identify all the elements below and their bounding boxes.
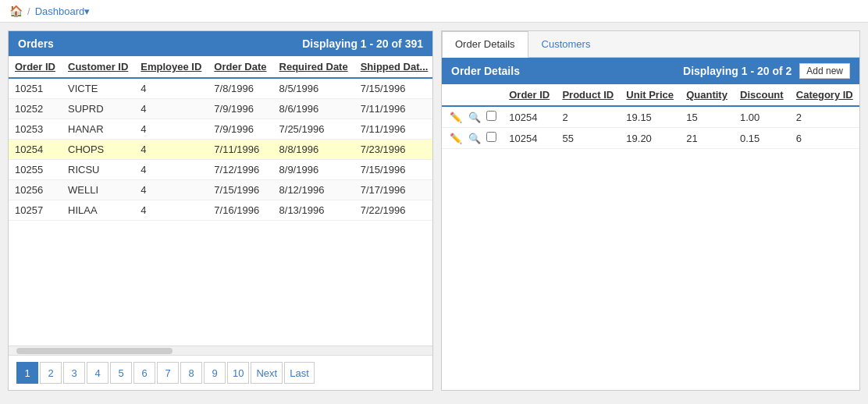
dashboard-link[interactable]: Dashboard▾ xyxy=(35,5,91,17)
orders-column-headers: Order ID Customer ID Employee ID Order D… xyxy=(9,56,432,78)
row-checkbox[interactable] xyxy=(486,132,496,142)
col-customer-id[interactable]: Customer ID xyxy=(62,56,134,78)
orders-title: Orders xyxy=(18,37,54,50)
cell-shipped-date: 7/23/1996 xyxy=(354,140,432,160)
table-row[interactable]: 10251 VICTE 4 7/8/1996 8/5/1996 7/15/199… xyxy=(9,78,432,99)
table-row[interactable]: 10256 WELLI 4 7/15/1996 8/12/1996 7/17/1… xyxy=(9,180,432,200)
page-button-9[interactable]: 9 xyxy=(204,362,226,384)
cell-quantity: 21 xyxy=(680,128,734,149)
cell-customer-id: HILAA xyxy=(62,200,134,221)
cell-detail-order-id: 10254 xyxy=(503,106,556,128)
tab-order-details[interactable]: Order Details xyxy=(442,31,528,58)
cell-employee-id: 4 xyxy=(134,140,208,160)
cell-unit-price: 19.15 xyxy=(620,106,680,128)
cell-customer-id: VICTE xyxy=(62,78,134,99)
cell-shipped-date: 7/17/1996 xyxy=(354,180,432,200)
cell-product-id: 2 xyxy=(556,106,620,128)
orders-table: Order ID Customer ID Employee ID Order D… xyxy=(9,56,432,221)
cell-order-date: 7/9/1996 xyxy=(208,99,272,119)
cell-order-id: 10251 xyxy=(9,78,62,99)
cell-employee-id: 4 xyxy=(134,160,208,180)
cell-discount: 1.00 xyxy=(734,106,790,128)
last-button[interactable]: Last xyxy=(284,362,315,384)
page-button-3[interactable]: 3 xyxy=(63,362,85,384)
col-unit-price[interactable]: Unit Price xyxy=(620,84,680,106)
col-order-id[interactable]: Order ID xyxy=(9,56,62,78)
col-required-date[interactable]: Required Date xyxy=(273,56,354,78)
page-button-6[interactable]: 6 xyxy=(133,362,155,384)
table-row[interactable]: 10252 SUPRD 4 7/9/1996 8/6/1996 7/11/199… xyxy=(9,99,432,119)
cell-required-date: 7/25/1996 xyxy=(273,119,354,140)
col-discount[interactable]: Discount xyxy=(734,84,790,106)
cell-shipped-date: 7/11/1996 xyxy=(354,99,432,119)
table-row[interactable]: 10254 CHOPS 4 7/11/1996 8/8/1996 7/23/19… xyxy=(9,140,432,160)
cell-shipped-date: 7/11/1996 xyxy=(354,119,432,140)
page-button-4[interactable]: 4 xyxy=(87,362,108,384)
cell-shipped-date: 7/22/1996 xyxy=(354,200,432,221)
order-details-table: Order ID Product ID Unit Price Quantity … xyxy=(442,84,859,149)
cell-order-date: 7/15/1996 xyxy=(208,180,272,200)
edit-icon[interactable]: ✏️ xyxy=(448,112,464,123)
cell-order-date: 7/12/1996 xyxy=(208,160,272,180)
page-button-10[interactable]: 10 xyxy=(227,362,249,384)
search-icon[interactable]: 🔍 xyxy=(467,133,482,144)
cell-order-id: 10253 xyxy=(9,119,62,140)
detail-row: ✏️ 🔍 10254 55 19.20 21 0.15 6 xyxy=(442,128,859,149)
separator: / xyxy=(27,5,30,17)
cell-unit-price: 19.20 xyxy=(620,128,680,149)
cell-shipped-date: 7/15/1996 xyxy=(354,78,432,99)
table-row[interactable]: 10255 RICSU 4 7/12/1996 8/9/1996 7/15/19… xyxy=(9,160,432,180)
cell-order-id: 10254 xyxy=(9,140,62,160)
tab-content: Order Details Displaying 1 - 20 of 2 Add… xyxy=(442,58,859,390)
col-product-id[interactable]: Product ID xyxy=(556,84,620,106)
top-bar: 🏠 / Dashboard▾ xyxy=(0,0,868,23)
table-row[interactable]: 10257 HILAA 4 7/16/1996 8/13/1996 7/22/1… xyxy=(9,200,432,221)
col-employee-id[interactable]: Employee ID xyxy=(134,56,208,78)
horizontal-scrollbar[interactable] xyxy=(9,346,432,355)
orders-header: Orders Displaying 1 - 20 of 391 xyxy=(9,31,432,56)
add-new-button[interactable]: Add new xyxy=(799,63,850,79)
cell-quantity: 15 xyxy=(680,106,734,128)
table-row[interactable]: 10253 HANAR 4 7/9/1996 7/25/1996 7/11/19… xyxy=(9,119,432,140)
next-button[interactable]: Next xyxy=(251,362,283,384)
cell-order-id: 10257 xyxy=(9,200,62,221)
page-button-1[interactable]: 1 xyxy=(16,362,38,384)
cell-employee-id: 4 xyxy=(134,180,208,200)
edit-icon[interactable]: ✏️ xyxy=(448,133,464,144)
col-detail-order-id[interactable]: Order ID xyxy=(503,84,556,106)
page-button-2[interactable]: 2 xyxy=(40,362,62,384)
page-button-7[interactable]: 7 xyxy=(157,362,179,384)
row-actions: ✏️ 🔍 xyxy=(442,128,503,149)
cell-employee-id: 4 xyxy=(134,78,208,99)
cell-required-date: 8/5/1996 xyxy=(273,78,354,99)
order-details-table-container[interactable]: Order ID Product ID Unit Price Quantity … xyxy=(442,84,859,390)
cell-product-id: 55 xyxy=(556,128,620,149)
cell-required-date: 8/12/1996 xyxy=(273,180,354,200)
cell-required-date: 8/13/1996 xyxy=(273,200,354,221)
row-checkbox[interactable] xyxy=(486,111,496,121)
cell-customer-id: HANAR xyxy=(62,119,134,140)
cell-customer-id: CHOPS xyxy=(62,140,134,160)
col-quantity[interactable]: Quantity xyxy=(680,84,734,106)
cell-detail-order-id: 10254 xyxy=(503,128,556,149)
tab-customers[interactable]: Customers xyxy=(528,31,604,57)
cell-order-date: 7/9/1996 xyxy=(208,119,272,140)
cell-order-id: 10252 xyxy=(9,99,62,119)
right-panel: Order DetailsCustomers Order Details Dis… xyxy=(441,30,860,391)
col-actions xyxy=(442,84,503,106)
cell-customer-id: SUPRD xyxy=(62,99,134,119)
detail-column-headers: Order ID Product ID Unit Price Quantity … xyxy=(442,84,859,106)
col-order-date[interactable]: Order Date xyxy=(208,56,272,78)
col-shipped-date[interactable]: Shipped Dat... xyxy=(354,56,432,78)
page-button-8[interactable]: 8 xyxy=(180,362,202,384)
cell-category-id: 2 xyxy=(790,106,859,128)
col-category-id[interactable]: Category ID xyxy=(790,84,859,106)
cell-order-id: 10255 xyxy=(9,160,62,180)
search-icon[interactable]: 🔍 xyxy=(467,112,482,123)
home-icon[interactable]: 🏠 xyxy=(9,5,23,17)
orders-table-container[interactable]: Order ID Customer ID Employee ID Order D… xyxy=(9,56,432,346)
page-button-5[interactable]: 5 xyxy=(110,362,132,384)
order-details-display-info: Displaying 1 - 20 of 2 xyxy=(683,65,792,77)
detail-row: ✏️ 🔍 10254 2 19.15 15 1.00 2 xyxy=(442,106,859,128)
orders-panel: Orders Displaying 1 - 20 of 391 Order ID… xyxy=(8,30,433,391)
